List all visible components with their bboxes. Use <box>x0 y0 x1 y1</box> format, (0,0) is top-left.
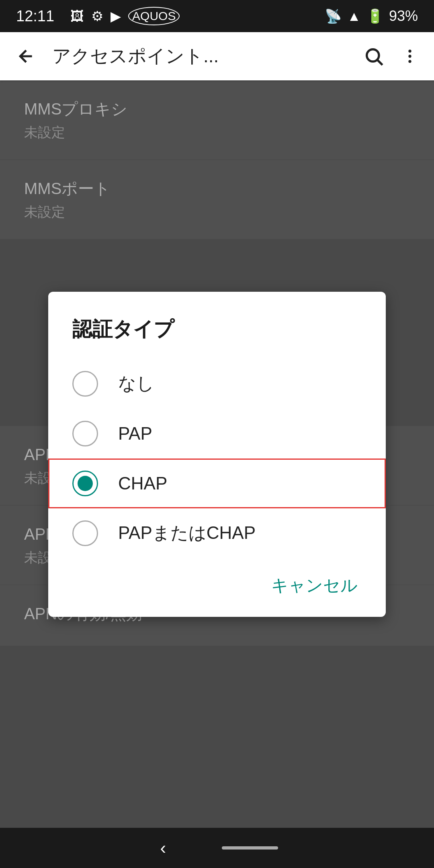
option-chap[interactable]: CHAP <box>48 459 386 508</box>
option-none[interactable]: なし <box>48 359 386 409</box>
bottom-nav: ‹ <box>0 828 434 868</box>
dialog-title: 認証タイプ <box>48 316 386 359</box>
aquos-icon: AQUOS <box>128 7 180 25</box>
svg-point-0 <box>367 49 379 61</box>
more-button[interactable] <box>398 44 422 68</box>
status-bar: 12:11 🖼 ⚙ ▶ AQUOS 📡 ▲ 🔋 93% <box>0 0 434 32</box>
dialog-overlay: 認証タイプ なし PAP CHAP PAPまたはCHAP キ <box>0 80 434 828</box>
search-button[interactable] <box>362 44 386 68</box>
status-time: 12:11 <box>16 8 54 25</box>
option-pap-chap[interactable]: PAPまたはCHAP <box>48 508 386 558</box>
option-pap-chap-label: PAPまたはCHAP <box>118 521 256 545</box>
option-pap-label: PAP <box>118 424 152 444</box>
home-pill[interactable] <box>222 846 278 850</box>
radio-pap <box>72 421 98 446</box>
cast-icon: 📡 <box>325 8 342 24</box>
gear-icon: ⚙ <box>91 8 103 24</box>
svg-line-1 <box>378 60 383 65</box>
battery-icon: 🔋 <box>366 8 383 24</box>
svg-point-3 <box>408 55 411 57</box>
option-pap[interactable]: PAP <box>48 409 386 459</box>
radio-chap <box>72 471 98 496</box>
battery-percent: 93% <box>389 8 418 25</box>
svg-point-2 <box>408 50 411 53</box>
radio-none <box>72 371 98 397</box>
dialog-actions: キャンセル <box>48 558 386 605</box>
cancel-button[interactable]: キャンセル <box>263 570 366 601</box>
status-icons-left: 🖼 ⚙ ▶ AQUOS <box>70 7 180 25</box>
status-icons-right: 📡 ▲ 🔋 93% <box>325 8 418 25</box>
radio-chap-inner <box>78 476 93 491</box>
auth-type-dialog: 認証タイプ なし PAP CHAP PAPまたはCHAP キ <box>48 292 386 617</box>
back-button[interactable] <box>12 42 40 70</box>
page-title: アクセスポイント... <box>52 44 350 69</box>
option-chap-label: CHAP <box>118 473 167 493</box>
svg-point-4 <box>408 60 411 63</box>
radio-pap-chap <box>72 520 98 546</box>
top-bar: アクセスポイント... <box>0 32 434 80</box>
option-none-label: なし <box>118 372 154 395</box>
play-icon: ▶ <box>111 8 121 24</box>
gallery-icon: 🖼 <box>70 8 84 24</box>
signal-icon: ▲ <box>347 8 361 24</box>
nav-back-button[interactable]: ‹ <box>156 834 170 862</box>
top-bar-actions <box>362 44 422 68</box>
